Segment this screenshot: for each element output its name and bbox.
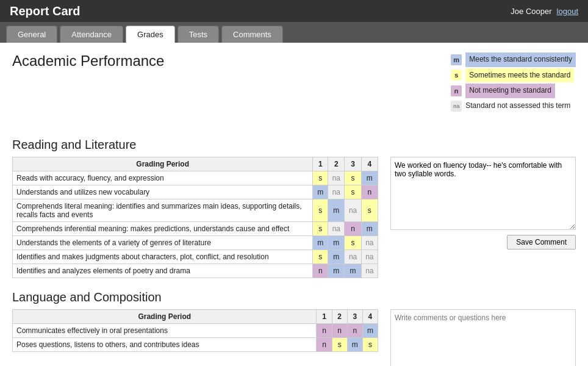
row-desc: Reads with accuracy, fluency, and expres…: [13, 171, 313, 185]
grade-cell: s: [313, 250, 328, 264]
col-header-period-3: 3: [347, 310, 362, 324]
nav-tab-comments[interactable]: Comments: [221, 26, 283, 43]
app-title: Report Card: [10, 4, 81, 18]
grade-cell: s: [362, 338, 378, 352]
comment-textarea-1[interactable]: [390, 309, 576, 366]
logout-link[interactable]: logout: [557, 7, 578, 16]
legend-item-na: naStandard not assessed this term: [451, 99, 576, 113]
page-title: Academic Performance: [12, 52, 164, 70]
grade-cell: m: [347, 338, 362, 352]
grade-cell: n: [332, 324, 347, 338]
grade-cell: m: [328, 236, 345, 250]
grade-cell: m: [361, 171, 378, 185]
navigation: GeneralAttendanceGradesTestsComments: [0, 22, 588, 43]
section-title-1: Language and Composition: [12, 290, 576, 304]
row-desc: Understands and utilizes new vocabulary: [13, 185, 313, 199]
row-desc: Identifies and analyzes elements of poet…: [13, 264, 313, 278]
top-section: Academic Performance mMeets the standard…: [12, 52, 576, 113]
legend-text-m: Meets the standard consistently: [465, 52, 576, 67]
col-header-period-2: 2: [328, 157, 345, 171]
grade-cell: s: [313, 222, 328, 236]
legend-item-n: nNot meeting the standard: [451, 84, 576, 98]
grade-cell: m: [313, 185, 328, 199]
table-row: Communicates effectively in oral present…: [13, 324, 378, 338]
grade-cell: na: [361, 250, 378, 264]
grade-cell: n: [361, 185, 378, 199]
grade-cell: s: [313, 171, 328, 185]
table-row: Reads with accuracy, fluency, and expres…: [13, 171, 378, 185]
table-row: Identifies and analyzes elements of poet…: [13, 264, 378, 278]
grade-cell: n: [347, 324, 362, 338]
grade-cell: m: [328, 264, 345, 278]
table-row: Comprehends inferential meaning: makes p…: [13, 222, 378, 236]
section-title-0: Reading and Literature: [12, 138, 576, 152]
row-desc: Communicates effectively in oral present…: [13, 324, 317, 338]
table-row: Understands the elements of a variety of…: [13, 236, 378, 250]
grade-cell: m: [345, 264, 361, 278]
legend-item-m: mMeets the standard consistently: [451, 52, 576, 67]
col-header-period-4: 4: [361, 157, 378, 171]
legend-text-s: Sometimes meets the standard: [465, 68, 574, 83]
legend-text-n: Not meeting the standard: [465, 84, 555, 98]
grade-cell: na: [345, 199, 361, 222]
legend-badge-m: m: [451, 54, 462, 65]
col-header-period-1: 1: [317, 310, 332, 324]
section-layout-1: Grading Period1234Communicates effective…: [12, 309, 576, 366]
grade-cell: m: [362, 324, 378, 338]
nav-tab-general[interactable]: General: [6, 26, 57, 43]
section-layout-0: Grading Period1234Reads with accuracy, f…: [12, 157, 576, 278]
grade-cell: na: [361, 236, 378, 250]
grade-cell: s: [345, 236, 361, 250]
nav-tab-attendance[interactable]: Attendance: [60, 26, 123, 43]
grades-table-0: Grading Period1234Reads with accuracy, f…: [12, 157, 378, 278]
col-header-period-1: 1: [313, 157, 328, 171]
sections-container: Reading and LiteratureGrading Period1234…: [12, 126, 576, 366]
grade-cell: s: [313, 199, 328, 222]
legend-badge-n: n: [451, 85, 462, 96]
grade-cell: n: [345, 222, 361, 236]
table-row: Comprehends literal meaning: identifies …: [13, 199, 378, 222]
grade-cell: n: [317, 338, 332, 352]
grade-cell: na: [328, 185, 345, 199]
legend-badge-s: s: [451, 70, 462, 81]
grade-cell: s: [345, 185, 361, 199]
legend-badge-na: na: [451, 101, 462, 112]
app-header: Report Card Joe Cooper logout: [0, 0, 588, 22]
grade-cell: m: [328, 250, 345, 264]
grade-cell: s: [345, 171, 361, 185]
main-content: Academic Performance mMeets the standard…: [0, 43, 588, 366]
table-row: Understands and utilizes new vocabularym…: [13, 185, 378, 199]
table-row: Identifies and makes judgments about cha…: [13, 250, 378, 264]
grade-cell: m: [361, 222, 378, 236]
grade-cell: n: [313, 264, 328, 278]
col-header-desc: Grading Period: [13, 157, 313, 171]
legend-text-na: Standard not assessed this term: [465, 99, 570, 113]
comment-textarea-0[interactable]: [390, 157, 576, 230]
grade-cell: m: [328, 199, 345, 222]
grade-cell: na: [328, 222, 345, 236]
legend: mMeets the standard consistentlysSometim…: [451, 52, 576, 113]
col-header-period-3: 3: [345, 157, 361, 171]
grade-cell: s: [332, 338, 347, 352]
grade-cell: s: [361, 199, 378, 222]
user-info: Joe Cooper logout: [511, 7, 578, 16]
nav-tab-grades[interactable]: Grades: [126, 26, 175, 43]
nav-tab-tests[interactable]: Tests: [177, 26, 219, 43]
grade-cell: n: [317, 324, 332, 338]
comment-box-1: [390, 309, 576, 366]
grades-table-1: Grading Period1234Communicates effective…: [12, 309, 378, 352]
grade-cell: na: [361, 264, 378, 278]
row-desc: Comprehends literal meaning: identifies …: [13, 199, 313, 222]
row-desc: Poses questions, listens to others, and …: [13, 338, 317, 352]
col-header-period-2: 2: [332, 310, 347, 324]
grade-cell: na: [345, 250, 361, 264]
grade-cell: na: [328, 171, 345, 185]
col-header-desc: Grading Period: [13, 310, 317, 324]
legend-item-s: sSometimes meets the standard: [451, 68, 576, 83]
row-desc: Understands the elements of a variety of…: [13, 236, 313, 250]
table-row: Poses questions, listens to others, and …: [13, 338, 378, 352]
grade-cell: m: [313, 236, 328, 250]
save-comment-button-0[interactable]: Save Comment: [507, 235, 576, 249]
col-header-period-4: 4: [362, 310, 378, 324]
comment-box-0: Save Comment: [390, 157, 576, 249]
